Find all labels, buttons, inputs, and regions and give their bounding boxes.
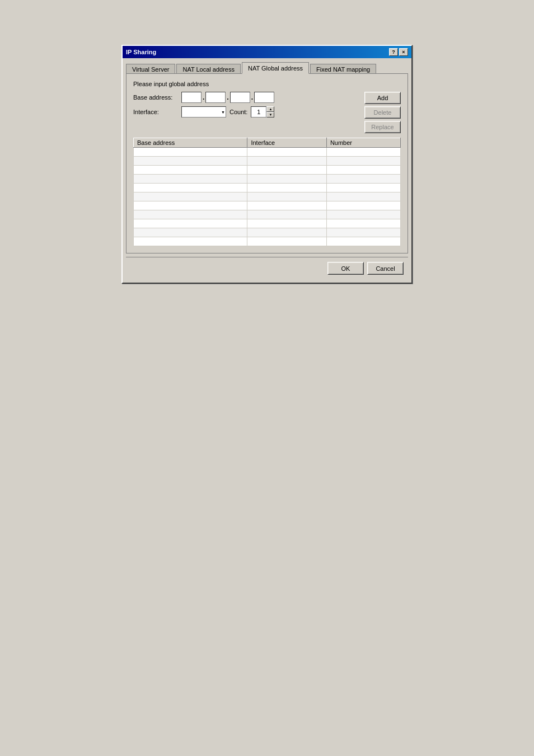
base-address-row: Base address: . . . bbox=[133, 92, 360, 103]
table-cell bbox=[134, 175, 247, 184]
table-cell bbox=[134, 192, 247, 201]
ip-dot-1: . bbox=[203, 93, 204, 101]
table-cell bbox=[134, 148, 247, 157]
ip-sharing-window: IP Sharing ? × Virtual Server NAT Local … bbox=[121, 45, 413, 284]
table-cell bbox=[134, 219, 247, 228]
table-cell bbox=[247, 219, 326, 228]
ip-input-group: . . . bbox=[181, 92, 274, 103]
count-label: Count: bbox=[229, 109, 247, 115]
table-row[interactable] bbox=[134, 219, 401, 228]
table-row[interactable] bbox=[134, 210, 401, 219]
spin-down-button[interactable]: ▼ bbox=[266, 112, 274, 118]
ip-segment-1[interactable] bbox=[181, 92, 202, 103]
cancel-button[interactable]: Cancel bbox=[367, 262, 404, 275]
table-row[interactable] bbox=[134, 237, 401, 246]
replace-button[interactable]: Replace bbox=[364, 121, 401, 133]
ip-segment-2[interactable] bbox=[205, 92, 226, 103]
tab-bar: Virtual Server NAT Local address NAT Glo… bbox=[126, 62, 408, 73]
table-row[interactable] bbox=[134, 175, 401, 184]
table-cell bbox=[134, 228, 247, 237]
table-cell bbox=[247, 166, 326, 175]
main-panel: Please input global address Base address… bbox=[126, 73, 408, 253]
ok-button[interactable]: OK bbox=[327, 262, 364, 275]
interface-dropdown[interactable] bbox=[181, 106, 226, 118]
table-cell bbox=[326, 192, 400, 201]
add-button[interactable]: Add bbox=[364, 92, 401, 104]
table-cell bbox=[134, 166, 247, 175]
table-cell bbox=[326, 237, 400, 246]
title-bar-buttons: ? × bbox=[389, 48, 408, 56]
count-spinner: ▲ ▼ bbox=[251, 106, 274, 118]
table-cell bbox=[326, 166, 400, 175]
col-interface: Interface bbox=[247, 138, 326, 148]
table-cell bbox=[326, 219, 400, 228]
table-cell bbox=[326, 175, 400, 184]
window-content: Virtual Server NAT Local address NAT Glo… bbox=[123, 58, 411, 283]
side-buttons: Add Delete Replace bbox=[364, 92, 401, 133]
section-label: Please input global address bbox=[133, 81, 401, 87]
bottom-bar: OK Cancel bbox=[126, 257, 408, 279]
table-row[interactable] bbox=[134, 192, 401, 201]
table-cell bbox=[247, 157, 326, 166]
spin-up-button[interactable]: ▲ bbox=[266, 106, 274, 112]
table-cell bbox=[326, 228, 400, 237]
col-number: Number bbox=[326, 138, 400, 148]
table-cell bbox=[134, 210, 247, 219]
table-cell bbox=[247, 210, 326, 219]
table-row[interactable] bbox=[134, 184, 401, 192]
ip-segment-3[interactable] bbox=[230, 92, 250, 103]
table-cell bbox=[326, 201, 400, 210]
spinner-buttons: ▲ ▼ bbox=[266, 106, 274, 118]
table-cell bbox=[134, 201, 247, 210]
table-cell bbox=[134, 184, 247, 192]
data-table: Base address Interface Number bbox=[133, 138, 401, 246]
ip-segment-4[interactable] bbox=[254, 92, 274, 103]
close-button[interactable]: × bbox=[399, 48, 408, 56]
table-cell bbox=[326, 184, 400, 192]
table-cell bbox=[247, 184, 326, 192]
table-cell bbox=[134, 157, 247, 166]
ip-dot-3: . bbox=[251, 93, 253, 101]
help-button[interactable]: ? bbox=[389, 48, 398, 56]
delete-button[interactable]: Delete bbox=[364, 106, 401, 119]
table-cell bbox=[247, 148, 326, 157]
table-cell bbox=[326, 210, 400, 219]
table-row[interactable] bbox=[134, 166, 401, 175]
table-cell bbox=[247, 237, 326, 246]
count-input[interactable] bbox=[251, 106, 266, 118]
table-row[interactable] bbox=[134, 157, 401, 166]
table-cell bbox=[247, 192, 326, 201]
table-cell bbox=[326, 148, 400, 157]
ip-dot-2: . bbox=[227, 93, 228, 101]
table-row[interactable] bbox=[134, 201, 401, 210]
interface-dropdown-wrapper bbox=[181, 106, 226, 118]
table-row[interactable] bbox=[134, 148, 401, 157]
base-address-label: Base address: bbox=[133, 94, 178, 101]
interface-label: Interface: bbox=[133, 109, 178, 115]
table-cell bbox=[247, 175, 326, 184]
table-cell bbox=[134, 237, 247, 246]
table-cell bbox=[247, 201, 326, 210]
window-title: IP Sharing bbox=[126, 49, 156, 55]
col-base-address: Base address bbox=[134, 138, 247, 148]
table-cell bbox=[247, 228, 326, 237]
interface-row: Interface: Count: ▲ ▼ bbox=[133, 106, 360, 118]
table-row[interactable] bbox=[134, 228, 401, 237]
title-bar: IP Sharing ? × bbox=[123, 46, 411, 58]
tab-nat-global-address[interactable]: NAT Global address bbox=[242, 62, 309, 74]
table-cell bbox=[326, 157, 400, 166]
